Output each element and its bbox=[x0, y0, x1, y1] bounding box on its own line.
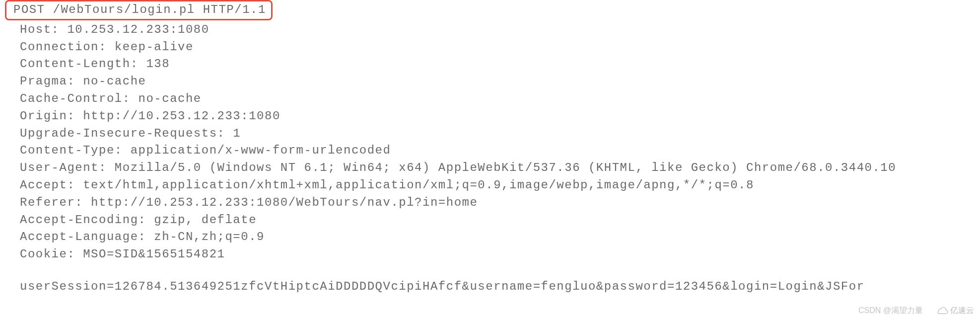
http-header-content-length: Content-Length: 138 bbox=[7, 56, 980, 73]
http-header-upgrade-insecure: Upgrade-Insecure-Requests: 1 bbox=[7, 125, 980, 143]
http-header-pragma: Pragma: no-cache bbox=[7, 73, 980, 90]
http-header-cookie: Cookie: MSO=SID&1565154821 bbox=[7, 246, 980, 263]
http-header-user-agent: User-Agent: Mozilla/5.0 (Windows NT 6.1;… bbox=[7, 160, 980, 177]
http-header-cache-control: Cache-Control: no-cache bbox=[7, 90, 980, 108]
http-header-accept-encoding: Accept-Encoding: gzip, deflate bbox=[7, 212, 980, 229]
http-request-line: POST /WebTours/login.pl HTTP/1.1 bbox=[13, 3, 266, 16]
cloud-watermark-text: 亿速云 bbox=[950, 305, 974, 316]
http-header-referer: Referer: http://10.253.12.233:1080/WebTo… bbox=[7, 194, 980, 212]
http-header-connection: Connection: keep-alive bbox=[7, 39, 980, 56]
http-header-origin: Origin: http://10.253.12.233:1080 bbox=[7, 108, 980, 125]
cloud-icon bbox=[937, 306, 948, 314]
http-request-body: userSession=126784.513649251zfcVtHiptcAi… bbox=[7, 278, 980, 296]
csdn-watermark: CSDN @渴望力量 bbox=[858, 305, 923, 316]
http-header-accept: Accept: text/html,application/xhtml+xml,… bbox=[7, 177, 980, 194]
http-header-content-type: Content-Type: application/x-www-form-url… bbox=[7, 142, 980, 160]
http-header-host: Host: 10.253.12.233:1080 bbox=[7, 21, 980, 39]
http-header-accept-language: Accept-Language: zh-CN,zh;q=0.9 bbox=[7, 229, 980, 246]
cloud-watermark: 亿速云 bbox=[937, 305, 974, 316]
request-line-highlight: POST /WebTours/login.pl HTTP/1.1 bbox=[5, 0, 273, 20]
